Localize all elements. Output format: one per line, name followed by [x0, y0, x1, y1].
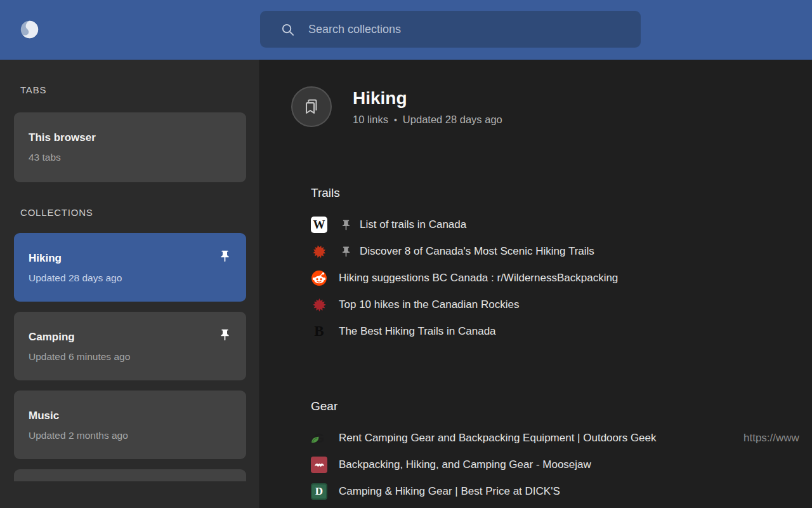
meta-separator: •	[394, 115, 397, 125]
maple-leaf-dark-favicon	[311, 297, 327, 313]
collection-title: Hiking	[353, 88, 502, 109]
collection-card-hiking[interactable]: HikingUpdated 28 days ago	[14, 233, 246, 302]
link-title[interactable]: Camping & Hiking Gear | Best Price at DI…	[339, 485, 560, 498]
pin-icon	[340, 219, 352, 231]
collection-detail-header: Hiking 10 links•Updated 28 days ago	[291, 86, 812, 127]
moosejaw-favicon	[311, 457, 327, 473]
link-row[interactable]: Discover 8 of Canada's Most Scenic Hikin…	[311, 238, 812, 265]
letter-b-favicon: B	[311, 323, 327, 340]
search-icon	[280, 22, 295, 37]
link-title[interactable]: List of trails in Canada	[360, 218, 466, 231]
pin-icon	[218, 250, 232, 263]
card-subtitle: Updated 28 days ago	[29, 272, 231, 284]
link-row[interactable]: Top 10 hikes in the Canadian Rockies	[311, 291, 812, 318]
card-title: Music	[29, 408, 231, 424]
link-title[interactable]: Rent Camping Gear and Backpacking Equipm…	[339, 432, 657, 444]
link-section-gear: GearGRent Camping Gear and Backpacking E…	[311, 399, 812, 505]
outdoors-geek-favicon: G	[311, 430, 327, 446]
card-subtitle: 43 tabs	[29, 151, 231, 164]
card-title: Hiking	[29, 251, 231, 266]
link-row[interactable]: DCamping & Hiking Gear | Best Price at D…	[311, 478, 812, 505]
tabs-heading: TABS	[20, 84, 246, 97]
link-title[interactable]: The Best Hiking Trails in Canada	[339, 325, 496, 338]
wikipedia-favicon: W	[311, 217, 327, 233]
updated-label: Updated 28 days ago	[403, 114, 502, 125]
section-heading: Gear	[311, 399, 812, 414]
app-logo-icon[interactable]	[20, 20, 39, 39]
collection-avatar	[291, 86, 332, 127]
tabs-card-list: This browser43 tabs	[14, 112, 246, 182]
collections-heading: COLLECTIONS	[20, 206, 246, 219]
link-title[interactable]: Backpacking, Hiking, and Camping Gear - …	[339, 458, 591, 471]
collection-card-music[interactable]: MusicUpdated 2 months ago	[14, 391, 246, 459]
collection-card-partial[interactable]	[14, 469, 246, 481]
card-title: Camping	[29, 330, 231, 345]
dicks-favicon: D	[311, 483, 327, 500]
card-title: This browser	[29, 130, 231, 145]
collection-card-list: HikingUpdated 28 days agoCampingUpdated …	[14, 233, 246, 459]
section-heading: Trails	[311, 185, 812, 201]
link-url-preview: https://www	[743, 432, 799, 444]
link-row[interactable]: WList of trails in Canada	[311, 211, 812, 238]
bookmarks-icon	[303, 98, 320, 116]
card-subtitle: Updated 6 minutes ago	[29, 351, 231, 363]
link-row[interactable]: Hiking suggestions BC Canada : r/Wildern…	[311, 265, 812, 291]
sidebar: TABS This browser43 tabs COLLECTIONS Hik…	[0, 60, 260, 508]
search-bar[interactable]	[260, 11, 641, 48]
app-header	[0, 0, 812, 60]
link-section-trails: TrailsWList of trails in CanadaDiscover …	[311, 185, 812, 345]
collection-card-camping[interactable]: CampingUpdated 6 minutes ago	[14, 312, 246, 380]
collection-detail: Hiking 10 links•Updated 28 days ago Trai…	[261, 60, 812, 508]
pin-icon	[218, 328, 232, 342]
link-row[interactable]: Backpacking, Hiking, and Camping Gear - …	[311, 451, 812, 478]
link-row[interactable]: BThe Best Hiking Trails in Canada	[311, 318, 812, 345]
link-row[interactable]: GRent Camping Gear and Backpacking Equip…	[311, 425, 812, 451]
maple-leaf-favicon	[311, 243, 327, 260]
search-input[interactable]	[308, 23, 628, 36]
links-count: 10 links	[353, 114, 388, 125]
reddit-favicon	[311, 270, 327, 286]
collection-meta: 10 links•Updated 28 days ago	[353, 114, 502, 126]
card-subtitle: Updated 2 months ago	[29, 429, 231, 442]
link-title[interactable]: Hiking suggestions BC Canada : r/Wildern…	[339, 272, 618, 284]
tabs-card-this-browser[interactable]: This browser43 tabs	[14, 112, 246, 182]
link-sections: TrailsWList of trails in CanadaDiscover …	[311, 185, 812, 505]
link-title[interactable]: Discover 8 of Canada's Most Scenic Hikin…	[360, 245, 594, 258]
link-title[interactable]: Top 10 hikes in the Canadian Rockies	[339, 298, 519, 311]
pin-icon	[340, 246, 352, 258]
link-list: WList of trails in CanadaDiscover 8 of C…	[311, 211, 812, 345]
link-list: GRent Camping Gear and Backpacking Equip…	[311, 425, 812, 505]
